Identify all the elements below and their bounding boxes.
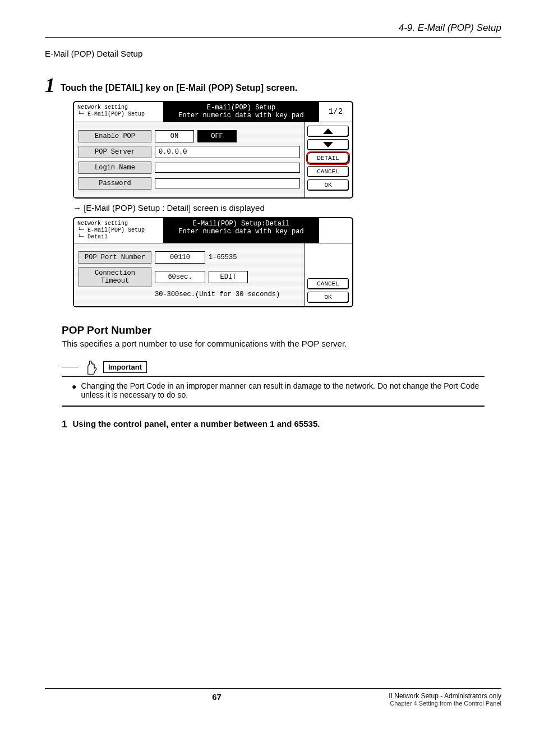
connection-timeout-note: 30-300sec.(Unit for 30 seconds) — [155, 291, 280, 298]
screen-title-l1: E-Mail(POP) Setup:Detail — [166, 220, 316, 228]
row-timeout-note: 30-300sec.(Unit for 30 seconds) — [79, 291, 300, 298]
row-password: Password — [79, 177, 300, 190]
running-header: 4-9. E-Mail (POP) Setup — [45, 22, 501, 38]
page-up-button[interactable] — [307, 126, 349, 137]
pop-server-value[interactable]: 0.0.0.0 — [155, 146, 300, 158]
pop-port-description: This specifies a port number to use for … — [62, 339, 501, 348]
arrow-down-icon — [322, 141, 334, 148]
cancel-button[interactable]: CANCEL — [307, 278, 349, 289]
detail-button[interactable]: DETAIL — [307, 153, 349, 164]
breadcrumb-l2: └─ E-Mail(POP) Setup — [77, 111, 160, 118]
pop-port-range: 1-65535 — [209, 253, 237, 261]
screen-title-l2: Enter numeric data with key pad — [166, 112, 316, 119]
screen-page-indicator: 1/2 — [319, 102, 352, 122]
row-connection-timeout: Connection Timeout 60sec. EDIT — [79, 267, 300, 287]
enable-pop-label: Enable POP — [79, 130, 151, 142]
important-callout: Important ● Changing the Port Code in an… — [62, 359, 485, 407]
breadcrumb: Network setting └─ E-Mail(POP) Setup — [74, 102, 164, 122]
connection-timeout-label: Connection Timeout — [79, 267, 151, 287]
breadcrumb: Network setting └─ E-Mail(POP) Setup └─ … — [74, 218, 164, 243]
cancel-button[interactable]: CANCEL — [307, 166, 349, 177]
row-pop-server: POP Server 0.0.0.0 — [79, 146, 300, 158]
section-subtitle: E-Mail (POP) Detail Setup — [45, 49, 501, 58]
page-footer: 67 II Network Setup - Administrators onl… — [45, 688, 501, 707]
breadcrumb-l2: └─ E-Mail(POP) Setup — [77, 227, 160, 234]
breadcrumb-l1: Network setting — [77, 104, 160, 111]
password-label: Password — [79, 177, 151, 190]
ok-button[interactable]: OK — [307, 292, 349, 303]
svg-marker-1 — [323, 142, 333, 147]
ok-button[interactable]: OK — [307, 179, 349, 191]
enable-pop-on-button[interactable]: ON — [155, 130, 194, 142]
screen-title-l1: E-mail(POP) Setup — [166, 104, 316, 112]
screen-page-indicator — [319, 218, 352, 243]
important-label: Important — [103, 361, 147, 373]
pop-port-label: POP Port Number — [79, 251, 151, 264]
svg-marker-0 — [323, 128, 333, 134]
screen-title-l2: Enter numeric data with key pad — [166, 228, 316, 236]
row-login-name: Login Name — [79, 162, 300, 174]
breadcrumb-l1: Network setting — [77, 220, 160, 227]
step-number: 1 — [45, 75, 55, 95]
connection-timeout-value[interactable]: 60sec. — [155, 271, 205, 283]
pop-port-heading: POP Port Number — [62, 324, 501, 336]
footer-chapter: Chapter 4 Setting from the Control Panel — [389, 700, 501, 707]
login-name-label: Login Name — [79, 162, 151, 174]
breadcrumb-l3: └─ Detail — [77, 234, 160, 241]
connection-timeout-edit-button[interactable]: EDIT — [209, 271, 248, 283]
substep-text: Using the control panel, enter a number … — [72, 419, 320, 430]
step-instruction: Touch the [DETAIL] key on [E-Mail (POP) … — [61, 83, 298, 95]
row-enable-pop: Enable POP ON OFF — [79, 130, 300, 142]
arrow-up-icon — [322, 128, 334, 135]
login-name-value[interactable] — [155, 163, 300, 173]
page-number: 67 — [45, 692, 389, 707]
bullet-icon: ● — [72, 381, 76, 399]
screen-title: E-Mail(POP) Setup:Detail Enter numeric d… — [164, 218, 319, 243]
screen-title: E-mail(POP) Setup Enter numeric data wit… — [164, 102, 319, 122]
page-down-button[interactable] — [307, 139, 349, 150]
screenshot-detail: Network setting └─ E-Mail(POP) Setup └─ … — [73, 217, 353, 307]
row-pop-port: POP Port Number 00110 1-65535 — [79, 251, 300, 264]
pop-server-label: POP Server — [79, 146, 151, 158]
footer-part: II Network Setup - Administrators only — [389, 692, 501, 700]
screenshot-setup: Network setting └─ E-Mail(POP) Setup E-m… — [73, 101, 353, 199]
substep-number: 1 — [62, 419, 67, 430]
password-value[interactable] — [155, 178, 300, 188]
pop-port-value[interactable]: 00110 — [155, 251, 205, 264]
enable-pop-off-button[interactable]: OFF — [197, 130, 237, 142]
transition-note: → [E-Mail (POP) Setup : Detail] screen i… — [73, 203, 501, 213]
important-hand-icon — [83, 359, 99, 375]
important-text: Changing the Port Code in an improper ma… — [81, 381, 485, 399]
